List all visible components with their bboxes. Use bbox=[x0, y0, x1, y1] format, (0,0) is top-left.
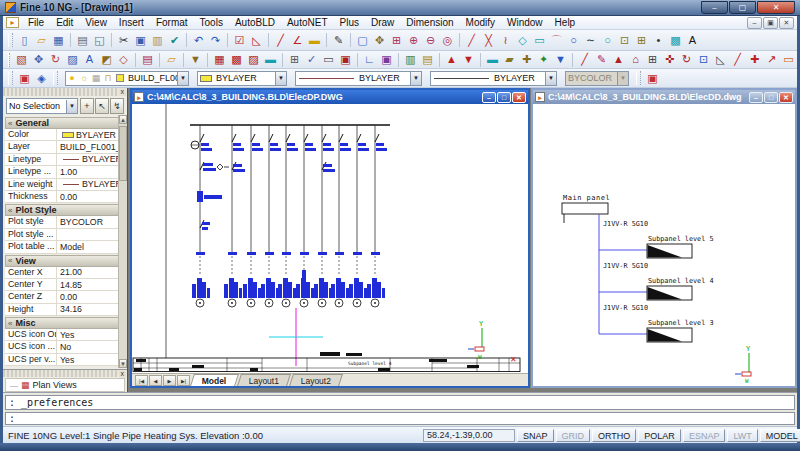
construction-line-icon[interactable]: ╳ bbox=[481, 33, 496, 48]
property-row[interactable]: Plot style ... bbox=[5, 229, 125, 241]
grid-tool-icon[interactable]: ⊞ bbox=[645, 52, 660, 67]
win1-close-button[interactable]: ✕ bbox=[512, 92, 526, 103]
selection-filter-icon[interactable]: ▼ bbox=[188, 52, 203, 67]
ellipse-icon[interactable]: ○ bbox=[600, 33, 615, 48]
sheet-manager-icon[interactable]: ▱ bbox=[164, 52, 179, 67]
linetype-combo[interactable]: BYLAYER ▼ bbox=[295, 71, 422, 86]
tab-layout2[interactable]: Layout2 bbox=[289, 374, 343, 386]
plan-views-item[interactable]: — ▦ Plan Views bbox=[5, 378, 125, 392]
win2-drawing-canvas[interactable]: Main panelJ1VV-R 5G10Subpanel level 5J1V… bbox=[533, 104, 795, 386]
section-header-plot-style[interactable]: «Plot Style▫ bbox=[5, 204, 125, 216]
collapse-icon[interactable]: « bbox=[8, 119, 12, 128]
rectangle-icon[interactable]: ▭ bbox=[532, 33, 547, 48]
win2-minimize-button[interactable]: – bbox=[749, 92, 763, 103]
toolbar-grip[interactable] bbox=[8, 33, 13, 47]
menu-help[interactable]: Help bbox=[549, 17, 582, 28]
print-icon[interactable]: ▤ bbox=[75, 33, 90, 48]
win1-minimize-button[interactable]: – bbox=[482, 92, 496, 103]
hatch-pattern-3-icon[interactable]: ▨ bbox=[246, 52, 261, 67]
layer-vp-freeze-icon[interactable]: ▦ bbox=[90, 73, 102, 83]
drawing-window-elecdp[interactable]: ▸ C:\4M\CALC\8_3_BUILDING.BLD\ElecDP.DWG… bbox=[130, 88, 530, 388]
osnap-settings-icon[interactable]: ◇ bbox=[116, 52, 131, 67]
menu-plus[interactable]: Plus bbox=[334, 17, 365, 28]
toggle-pickadd-button[interactable]: + bbox=[80, 98, 94, 114]
chevron-down-icon[interactable]: ▼ bbox=[545, 72, 556, 85]
spline-icon[interactable]: ∼ bbox=[583, 33, 598, 48]
level-bar-icon[interactable]: ▬ bbox=[485, 52, 500, 67]
property-row[interactable]: Center Z0.00 bbox=[5, 291, 125, 303]
toggle-snap[interactable]: SNAP bbox=[517, 429, 554, 442]
command-history-line[interactable]: : _preferences bbox=[5, 395, 795, 410]
menu-dimension[interactable]: Dimension bbox=[400, 17, 459, 28]
fine-copy-icon[interactable]: ◈ bbox=[34, 71, 49, 86]
property-value[interactable]: Yes bbox=[57, 329, 125, 340]
menu-autonet[interactable]: AutoNET bbox=[281, 17, 334, 28]
property-value[interactable]: 0.00 bbox=[57, 191, 125, 202]
toggle-lwt[interactable]: LWT bbox=[727, 429, 757, 442]
hatch-pattern-2-icon[interactable]: ▩ bbox=[229, 52, 244, 67]
plan-views-drag-strip[interactable]: x bbox=[3, 370, 127, 377]
chamfer-tool-icon[interactable]: ◺ bbox=[713, 52, 728, 67]
ucs-tool-icon[interactable]: ◩ bbox=[99, 52, 114, 67]
save-file-icon[interactable]: ▦ bbox=[51, 33, 66, 48]
property-row[interactable]: Height34.16 bbox=[5, 304, 125, 316]
menu-view[interactable]: View bbox=[79, 17, 113, 28]
menu-window[interactable]: Window bbox=[501, 17, 549, 28]
measure-distance-icon[interactable]: ╱ bbox=[273, 33, 288, 48]
view-3d-icon[interactable]: ▨ bbox=[65, 52, 80, 67]
tab-nav-3-button[interactable]: ▶| bbox=[177, 375, 190, 386]
toolbar-grip[interactable] bbox=[636, 71, 641, 85]
chevron-down-icon[interactable]: ▼ bbox=[66, 100, 77, 113]
copy-icon[interactable]: ▣ bbox=[133, 33, 148, 48]
zoom-out-icon[interactable]: ⊖ bbox=[423, 33, 438, 48]
circle-icon[interactable]: ○ bbox=[566, 33, 581, 48]
tab-nav-2-button[interactable]: ▶ bbox=[163, 375, 176, 386]
hatch-icon[interactable]: ▩ bbox=[668, 33, 683, 48]
property-value[interactable]: Model bbox=[57, 241, 125, 252]
property-value[interactable]: 14.85 bbox=[57, 279, 125, 290]
collapse-icon[interactable]: « bbox=[8, 319, 12, 328]
layer-freeze-sun-icon[interactable]: ☼ bbox=[78, 73, 90, 83]
toggle-grid[interactable]: GRID bbox=[556, 429, 591, 442]
anchor-tool-icon[interactable]: ⌂ bbox=[628, 52, 643, 67]
property-row[interactable]: Linetype ...1.00 bbox=[5, 166, 125, 178]
redo-icon[interactable]: ↷ bbox=[208, 33, 223, 48]
section-header-view[interactable]: «View▫ bbox=[5, 255, 125, 267]
selection-combo[interactable]: No Selection ▼ bbox=[6, 98, 78, 114]
property-row[interactable]: Plot styleBYCOLOR bbox=[5, 216, 125, 228]
toggle-ortho[interactable]: ORTHO bbox=[592, 429, 636, 442]
undo-icon[interactable]: ↶ bbox=[191, 33, 206, 48]
property-row[interactable]: Thickness0.00 bbox=[5, 191, 125, 203]
property-value[interactable]: BYLAYER bbox=[57, 129, 125, 140]
floor-stack-icon[interactable]: ▰ bbox=[502, 52, 517, 67]
menu-format[interactable]: Format bbox=[150, 17, 194, 28]
select-objects-button[interactable]: ↖ bbox=[95, 98, 109, 114]
property-row[interactable]: Plot table ...Model bbox=[5, 241, 125, 253]
menu-file[interactable]: File bbox=[22, 17, 50, 28]
property-value[interactable]: 1.00 bbox=[57, 166, 125, 177]
zoom-window-icon[interactable]: ⊞ bbox=[389, 33, 404, 48]
plot-style-check-icon[interactable]: ☑ bbox=[232, 33, 247, 48]
property-row[interactable]: UCS icon OnYes bbox=[5, 329, 125, 341]
plot-scale-icon[interactable]: ◺ bbox=[249, 33, 264, 48]
tab-model[interactable]: Model bbox=[190, 374, 238, 386]
property-value[interactable]: 21.00 bbox=[57, 267, 125, 278]
win1-maximize-button[interactable]: □ bbox=[497, 92, 511, 103]
extend-plus-icon[interactable]: ✚ bbox=[747, 52, 762, 67]
collapse-icon[interactable]: « bbox=[8, 256, 12, 265]
property-value[interactable]: 0.00 bbox=[57, 291, 125, 302]
open-file-icon[interactable]: ▱ bbox=[34, 33, 49, 48]
section-header-general[interactable]: «General▫ bbox=[5, 117, 125, 129]
zoom-realtime-icon[interactable]: ▢ bbox=[355, 33, 370, 48]
property-value[interactable]: 34.16 bbox=[57, 304, 125, 315]
annotate-pen-icon[interactable]: ✎ bbox=[594, 52, 609, 67]
block-tool-icon[interactable]: ▣ bbox=[379, 52, 394, 67]
drawing-window-elecdd[interactable]: ▸ C:\4M\CALC\8_3_BUILDING.BLD\ElecDD.dwg… bbox=[531, 88, 797, 388]
menu-modify[interactable]: Modify bbox=[460, 17, 501, 28]
make-block-icon[interactable]: ⊞ bbox=[634, 33, 649, 48]
drop-list-icon[interactable]: ▼ bbox=[553, 52, 568, 67]
win2-maximize-button[interactable]: □ bbox=[764, 92, 778, 103]
menu-draw[interactable]: Draw bbox=[365, 17, 400, 28]
tab-nav-1-button[interactable]: ◀ bbox=[149, 375, 162, 386]
win1-title-bar[interactable]: ▸ C:\4M\CALC\8_3_BUILDING.BLD\ElecDP.DWG… bbox=[132, 90, 528, 104]
